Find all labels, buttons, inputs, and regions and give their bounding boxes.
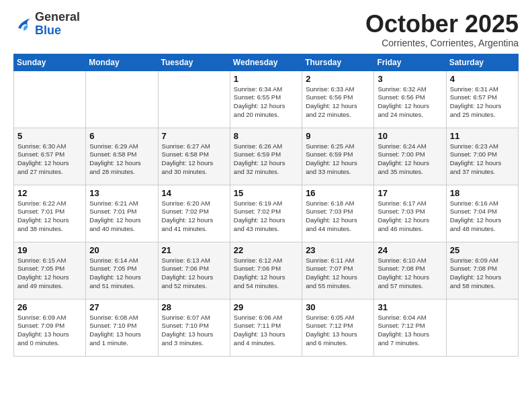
day-number: 11 bbox=[450, 131, 515, 141]
weekday-header-row: SundayMondayTuesdayWednesdayThursdayFrid… bbox=[14, 54, 519, 71]
calendar-day-cell: 23Sunrise: 6:11 AM Sunset: 7:07 PM Dayli… bbox=[302, 242, 374, 299]
weekday-header-cell: Sunday bbox=[14, 54, 86, 71]
calendar-day-cell: 15Sunrise: 6:19 AM Sunset: 7:02 PM Dayli… bbox=[230, 185, 302, 242]
calendar-day-cell: 13Sunrise: 6:21 AM Sunset: 7:01 PM Dayli… bbox=[86, 185, 158, 242]
calendar-day-cell: 14Sunrise: 6:20 AM Sunset: 7:02 PM Dayli… bbox=[158, 185, 230, 242]
calendar-week-row: 19Sunrise: 6:15 AM Sunset: 7:05 PM Dayli… bbox=[14, 242, 519, 299]
day-number: 18 bbox=[450, 188, 515, 198]
day-info: Sunrise: 6:12 AM Sunset: 7:06 PM Dayligh… bbox=[234, 257, 298, 291]
calendar-day-cell: 18Sunrise: 6:16 AM Sunset: 7:04 PM Dayli… bbox=[446, 185, 518, 242]
weekday-header-cell: Wednesday bbox=[230, 54, 302, 71]
day-number: 19 bbox=[17, 245, 82, 255]
weekday-header-cell: Thursday bbox=[302, 54, 374, 71]
calendar-day-cell bbox=[446, 299, 518, 356]
day-info: Sunrise: 6:29 AM Sunset: 6:58 PM Dayligh… bbox=[89, 142, 154, 177]
day-number: 5 bbox=[17, 131, 82, 141]
day-number: 13 bbox=[89, 188, 154, 198]
day-info: Sunrise: 6:13 AM Sunset: 7:06 PM Dayligh… bbox=[162, 257, 226, 291]
calendar-day-cell: 29Sunrise: 6:06 AM Sunset: 7:11 PM Dayli… bbox=[230, 299, 302, 356]
day-info: Sunrise: 6:22 AM Sunset: 7:01 PM Dayligh… bbox=[17, 199, 82, 234]
calendar-day-cell: 25Sunrise: 6:09 AM Sunset: 7:08 PM Dayli… bbox=[446, 242, 518, 299]
calendar-day-cell: 20Sunrise: 6:14 AM Sunset: 7:05 PM Dayli… bbox=[86, 242, 158, 299]
day-info: Sunrise: 6:04 AM Sunset: 7:12 PM Dayligh… bbox=[378, 314, 442, 348]
weekday-header-cell: Monday bbox=[86, 54, 158, 71]
calendar-day-cell: 19Sunrise: 6:15 AM Sunset: 7:05 PM Dayli… bbox=[14, 242, 86, 299]
logo-bird-icon bbox=[13, 15, 32, 34]
day-number: 20 bbox=[89, 245, 154, 255]
calendar-day-cell: 21Sunrise: 6:13 AM Sunset: 7:06 PM Dayli… bbox=[158, 242, 230, 299]
day-number: 21 bbox=[162, 245, 226, 255]
day-number: 17 bbox=[378, 188, 442, 198]
day-info: Sunrise: 6:17 AM Sunset: 7:03 PM Dayligh… bbox=[378, 199, 442, 234]
day-info: Sunrise: 6:10 AM Sunset: 7:08 PM Dayligh… bbox=[378, 257, 442, 291]
calendar-body: 1Sunrise: 6:34 AM Sunset: 6:55 PM Daylig… bbox=[14, 71, 519, 356]
calendar-week-row: 1Sunrise: 6:34 AM Sunset: 6:55 PM Daylig… bbox=[14, 71, 519, 128]
calendar-day-cell: 16Sunrise: 6:18 AM Sunset: 7:03 PM Dayli… bbox=[302, 185, 374, 242]
calendar-day-cell: 8Sunrise: 6:26 AM Sunset: 6:59 PM Daylig… bbox=[230, 128, 302, 185]
day-number: 23 bbox=[306, 245, 370, 255]
calendar-week-row: 26Sunrise: 6:09 AM Sunset: 7:09 PM Dayli… bbox=[14, 299, 519, 356]
day-info: Sunrise: 6:06 AM Sunset: 7:11 PM Dayligh… bbox=[234, 314, 298, 348]
day-info: Sunrise: 6:26 AM Sunset: 6:59 PM Dayligh… bbox=[234, 142, 298, 177]
day-info: Sunrise: 6:30 AM Sunset: 6:57 PM Dayligh… bbox=[17, 142, 82, 177]
day-number: 6 bbox=[89, 131, 154, 141]
title-block: October 2025 Corrientes, Corrientes, Arg… bbox=[365, 11, 519, 48]
logo-blue-text: Blue bbox=[35, 24, 61, 37]
day-info: Sunrise: 6:09 AM Sunset: 7:08 PM Dayligh… bbox=[450, 257, 515, 291]
day-info: Sunrise: 6:31 AM Sunset: 6:57 PM Dayligh… bbox=[450, 85, 515, 120]
day-number: 16 bbox=[306, 188, 370, 198]
calendar-day-cell: 5Sunrise: 6:30 AM Sunset: 6:57 PM Daylig… bbox=[14, 128, 86, 185]
day-info: Sunrise: 6:09 AM Sunset: 7:09 PM Dayligh… bbox=[17, 314, 82, 348]
day-number: 10 bbox=[378, 131, 442, 141]
calendar-day-cell: 10Sunrise: 6:24 AM Sunset: 7:00 PM Dayli… bbox=[374, 128, 446, 185]
day-number: 8 bbox=[234, 131, 298, 141]
day-info: Sunrise: 6:20 AM Sunset: 7:02 PM Dayligh… bbox=[162, 199, 226, 234]
calendar-day-cell: 2Sunrise: 6:33 AM Sunset: 6:56 PM Daylig… bbox=[302, 71, 374, 128]
day-info: Sunrise: 6:15 AM Sunset: 7:05 PM Dayligh… bbox=[17, 257, 82, 291]
location-subtitle: Corrientes, Corrientes, Argentina bbox=[365, 38, 519, 48]
weekday-header-cell: Saturday bbox=[446, 54, 518, 71]
day-info: Sunrise: 6:25 AM Sunset: 6:59 PM Dayligh… bbox=[306, 142, 370, 177]
calendar-day-cell: 12Sunrise: 6:22 AM Sunset: 7:01 PM Dayli… bbox=[14, 185, 86, 242]
calendar-day-cell bbox=[158, 71, 230, 128]
day-info: Sunrise: 6:05 AM Sunset: 7:12 PM Dayligh… bbox=[306, 314, 370, 348]
day-info: Sunrise: 6:34 AM Sunset: 6:55 PM Dayligh… bbox=[234, 85, 298, 120]
calendar-day-cell: 11Sunrise: 6:23 AM Sunset: 7:00 PM Dayli… bbox=[446, 128, 518, 185]
logo-general-text: General bbox=[35, 10, 80, 24]
day-number: 4 bbox=[450, 74, 515, 84]
day-info: Sunrise: 6:14 AM Sunset: 7:05 PM Dayligh… bbox=[89, 257, 154, 291]
day-info: Sunrise: 6:33 AM Sunset: 6:56 PM Dayligh… bbox=[306, 85, 370, 120]
day-number: 25 bbox=[450, 245, 515, 255]
day-number: 29 bbox=[234, 302, 298, 312]
calendar-day-cell: 17Sunrise: 6:17 AM Sunset: 7:03 PM Dayli… bbox=[374, 185, 446, 242]
calendar-day-cell: 3Sunrise: 6:32 AM Sunset: 6:56 PM Daylig… bbox=[374, 71, 446, 128]
calendar-day-cell: 7Sunrise: 6:27 AM Sunset: 6:58 PM Daylig… bbox=[158, 128, 230, 185]
weekday-header-cell: Friday bbox=[374, 54, 446, 71]
day-info: Sunrise: 6:07 AM Sunset: 7:10 PM Dayligh… bbox=[162, 314, 226, 348]
day-number: 15 bbox=[234, 188, 298, 198]
calendar-week-row: 12Sunrise: 6:22 AM Sunset: 7:01 PM Dayli… bbox=[14, 185, 519, 242]
day-info: Sunrise: 6:19 AM Sunset: 7:02 PM Dayligh… bbox=[234, 199, 298, 234]
calendar-day-cell: 1Sunrise: 6:34 AM Sunset: 6:55 PM Daylig… bbox=[230, 71, 302, 128]
calendar-day-cell: 24Sunrise: 6:10 AM Sunset: 7:08 PM Dayli… bbox=[374, 242, 446, 299]
month-title: October 2025 bbox=[365, 11, 519, 38]
calendar-table: SundayMondayTuesdayWednesdayThursdayFrid… bbox=[13, 54, 519, 357]
day-info: Sunrise: 6:16 AM Sunset: 7:04 PM Dayligh… bbox=[450, 199, 515, 234]
day-number: 28 bbox=[162, 302, 226, 312]
day-number: 24 bbox=[378, 245, 442, 255]
day-number: 31 bbox=[378, 302, 442, 312]
day-info: Sunrise: 6:24 AM Sunset: 7:00 PM Dayligh… bbox=[378, 142, 442, 177]
day-number: 22 bbox=[234, 245, 298, 255]
day-info: Sunrise: 6:08 AM Sunset: 7:10 PM Dayligh… bbox=[89, 314, 154, 348]
calendar-day-cell bbox=[86, 71, 158, 128]
day-number: 14 bbox=[162, 188, 226, 198]
day-info: Sunrise: 6:11 AM Sunset: 7:07 PM Dayligh… bbox=[306, 257, 370, 291]
calendar-day-cell bbox=[14, 71, 86, 128]
calendar-day-cell: 6Sunrise: 6:29 AM Sunset: 6:58 PM Daylig… bbox=[86, 128, 158, 185]
day-number: 12 bbox=[17, 188, 82, 198]
calendar-day-cell: 28Sunrise: 6:07 AM Sunset: 7:10 PM Dayli… bbox=[158, 299, 230, 356]
weekday-header-cell: Tuesday bbox=[158, 54, 230, 71]
day-number: 2 bbox=[306, 74, 370, 84]
calendar-day-cell: 22Sunrise: 6:12 AM Sunset: 7:06 PM Dayli… bbox=[230, 242, 302, 299]
calendar-day-cell: 30Sunrise: 6:05 AM Sunset: 7:12 PM Dayli… bbox=[302, 299, 374, 356]
